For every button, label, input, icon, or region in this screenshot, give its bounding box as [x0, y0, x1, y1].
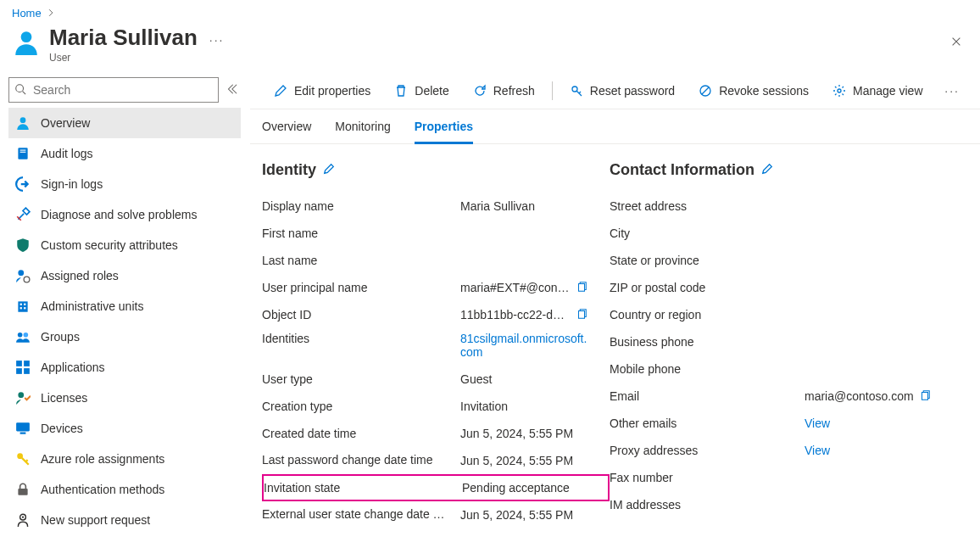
tab-overview[interactable]: Overview [262, 120, 311, 143]
collapse-sidebar-icon[interactable] [226, 83, 241, 98]
more-actions-icon[interactable]: ··· [209, 33, 225, 47]
sidebar-item-auth-methods[interactable]: Authentication methods [8, 474, 241, 505]
svg-rect-4 [20, 150, 26, 151]
reset-password-button[interactable]: Reset password [558, 72, 687, 109]
building-icon [15, 299, 31, 314]
close-icon[interactable] [944, 30, 968, 53]
svg-rect-8 [18, 301, 27, 311]
kv-key: Mobile phone [610, 362, 805, 376]
kv-key: Last name [262, 254, 460, 267]
key-icon [15, 451, 31, 467]
section-title-identity: Identity [262, 161, 316, 179]
kv-key: Proxy addresses [610, 444, 805, 457]
kv-val-text: maria#EXT#@cont… [460, 281, 571, 294]
search-input-wrapper[interactable] [8, 77, 219, 103]
sidebar-item-diagnose[interactable]: Diagnose and solve problems [8, 199, 241, 230]
proxy-addresses-link[interactable]: View [805, 444, 830, 457]
kv-email: Email maria@contoso.com [610, 383, 968, 410]
tab-properties[interactable]: Properties [415, 120, 473, 144]
sidebar-item-groups[interactable]: Groups [8, 321, 241, 352]
kv-street: Street address [610, 193, 968, 220]
svg-point-0 [21, 31, 32, 42]
sidebar-item-overview[interactable]: Overview [8, 108, 241, 138]
kv-val: View [805, 444, 968, 457]
sidebar-item-azure-role[interactable]: Azure role assignments [8, 444, 241, 474]
edit-contact-icon[interactable] [761, 161, 773, 179]
sidebar-item-label: Audit logs [41, 147, 92, 160]
toolbar-separator [552, 81, 553, 100]
search-input[interactable] [31, 82, 213, 98]
sidebar-item-label: New support request [41, 513, 150, 527]
copy-icon[interactable] [576, 281, 587, 295]
kv-ext-state-change: External user state change date … Jun 5,… [262, 501, 610, 528]
other-emails-link[interactable]: View [805, 416, 830, 430]
breadcrumb-home[interactable]: Home [12, 7, 42, 20]
kv-val-text: 11bb11bb-cc22-dd… [460, 308, 571, 321]
kv-display-name: Display name Maria Sullivan [262, 193, 610, 220]
kv-mobile-phone: Mobile phone [610, 355, 968, 383]
kv-upn: User principal name maria#EXT#@cont… [262, 274, 610, 301]
page-subtitle: User [49, 52, 198, 64]
kv-key: User type [262, 372, 460, 386]
sidebar-item-audit-logs[interactable]: Audit logs [8, 138, 241, 169]
copy-icon[interactable] [576, 308, 587, 322]
tab-monitoring[interactable]: Monitoring [335, 120, 390, 143]
toolbar-label: Revoke sessions [719, 84, 809, 98]
sidebar-item-label: Overview [41, 116, 90, 130]
kv-key: Identities [262, 332, 460, 345]
sidebar-item-custom-security[interactable]: Custom security attributes [8, 230, 241, 260]
person-icon [15, 115, 31, 131]
sidebar-item-support[interactable]: New support request [8, 505, 241, 535]
kv-key: ZIP or postal code [610, 281, 805, 294]
kv-key: First name [262, 226, 460, 240]
delete-button[interactable]: Delete [382, 72, 460, 109]
tabs: Overview Monitoring Properties [250, 109, 980, 144]
manage-view-button[interactable]: Manage view [821, 72, 935, 109]
toolbar-label: Manage view [853, 84, 923, 98]
sidebar-item-admin-units[interactable]: Administrative units [8, 291, 241, 321]
kv-val-text: maria@contoso.com [805, 389, 914, 403]
kv-user-type: User type Guest [262, 366, 610, 393]
kv-creation-type: Creation type Invitation [262, 393, 610, 420]
support-icon [15, 512, 31, 528]
kv-key: Object ID [262, 308, 460, 321]
sidebar-item-label: Groups [41, 330, 80, 344]
sidebar-item-label: Applications [41, 361, 105, 374]
svg-rect-15 [16, 361, 22, 366]
svg-rect-29 [579, 283, 585, 291]
kv-last-name: Last name [262, 247, 610, 274]
kv-val: 11bb11bb-cc22-dd… [460, 308, 587, 322]
sidebar-item-label: Sign-in logs [41, 177, 103, 191]
sidebar-item-assigned-roles[interactable]: Assigned roles [8, 260, 241, 291]
contact-section: Contact Information Street address City [610, 161, 968, 528]
refresh-button[interactable]: Refresh [461, 72, 547, 109]
avatar [12, 28, 41, 57]
kv-key: Created date time [262, 427, 460, 440]
kv-key: Business phone [610, 335, 805, 349]
kv-val: maria@contoso.com [805, 389, 968, 404]
book-icon [15, 146, 31, 161]
kv-key: Last password change date time [262, 453, 460, 469]
kv-key: Country or region [610, 308, 805, 321]
svg-point-25 [22, 517, 24, 518]
copy-icon[interactable] [919, 389, 931, 404]
sidebar-item-licenses[interactable]: Licenses [8, 383, 241, 413]
revoke-sessions-button[interactable]: Revoke sessions [687, 72, 821, 109]
edit-identity-icon[interactable] [323, 161, 335, 179]
page-title: Maria Sullivan [49, 25, 198, 50]
kv-val: Jun 5, 2024, 5:55 PM [460, 508, 587, 522]
sidebar-item-signin-logs[interactable]: Sign-in logs [8, 169, 241, 199]
kv-key: Street address [610, 199, 805, 213]
kv-state: State or province [610, 247, 968, 274]
svg-rect-20 [16, 422, 30, 431]
kv-val: Pending acceptance [462, 481, 589, 495]
toolbar-overflow-icon[interactable]: ··· [936, 84, 968, 98]
edit-properties-button[interactable]: Edit properties [262, 72, 382, 109]
sidebar-item-label: Assigned roles [41, 269, 119, 282]
svg-rect-3 [18, 148, 27, 159]
sidebar-item-devices[interactable]: Devices [8, 413, 241, 444]
kv-city: City [610, 220, 968, 247]
identities-link[interactable]: 81csilgmail.onmicrosoft.com [460, 332, 587, 359]
sidebar-item-applications[interactable]: Applications [8, 352, 241, 383]
sidebar-item-label: Authentication methods [41, 483, 164, 496]
